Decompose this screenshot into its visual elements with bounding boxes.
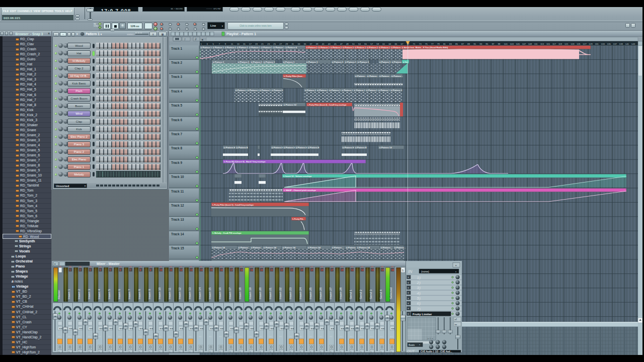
- svg-text:S3: S3: [371, 269, 374, 272]
- svg-text:Insert 11: Insert 11: [168, 287, 171, 299]
- svg-text:Insert 13: Insert 13: [188, 287, 191, 299]
- svg-text:55: 55: [364, 43, 367, 45]
- svg-text:INS: INS: [220, 266, 222, 268]
- svg-text:21: 21: [270, 269, 273, 272]
- svg-text:109: 109: [528, 43, 532, 45]
- svg-text:8: 8: [139, 269, 141, 272]
- svg-text:S1: S1: [351, 269, 354, 272]
- svg-text:Master: Master: [57, 290, 60, 299]
- svg-text:FX: FX: [310, 335, 312, 338]
- svg-text:FX: FX: [239, 335, 242, 338]
- svg-text:⊔ Pattern 2: ⊔ Pattern 2: [355, 46, 367, 49]
- svg-text:INS: INS: [310, 266, 313, 268]
- svg-text:⊔ Pattern 14: ⊔ Pattern 14: [264, 246, 277, 249]
- svg-text:▸‖: ▸‖: [455, 318, 457, 321]
- svg-text:⊔ Pattern 14: ⊔ Pattern 14: [308, 246, 321, 249]
- svg-text:FX: FX: [340, 335, 343, 338]
- svg-text:⊔ Pattern 3: ⊔ Pattern 3: [354, 89, 366, 92]
- svg-text:⊔ Pattern 1: ⊔ Pattern 1: [238, 61, 250, 63]
- svg-text:◄►: ◄►: [139, 327, 143, 330]
- svg-text:⁒: ⁒: [184, 38, 186, 41]
- svg-text:⊔ Pattern 3: ⊔ Pattern 3: [273, 46, 285, 49]
- svg-text:7: 7: [129, 269, 131, 272]
- svg-text:⊔ Pattern 1: ⊔ Pattern 1: [332, 61, 344, 63]
- svg-text:◄►: ◄►: [209, 327, 214, 330]
- svg-text:⊔ Pattern 2: ⊔ Pattern 2: [306, 46, 318, 49]
- svg-text:Track 1: Track 1: [171, 47, 182, 50]
- svg-text:83: 83: [449, 43, 452, 45]
- svg-text:● ●: ● ●: [56, 309, 59, 311]
- svg-text:FX: FX: [119, 335, 121, 338]
- svg-text:19: 19: [250, 269, 253, 272]
- svg-text:137: 137: [613, 43, 617, 45]
- svg-text:85: 85: [455, 43, 458, 45]
- svg-text:INS: INS: [89, 266, 92, 268]
- svg-text:⊔ Pattern 3: ⊔ Pattern 3: [378, 89, 390, 92]
- svg-text:INS: INS: [170, 266, 172, 268]
- svg-text:Track 14: Track 14: [171, 232, 184, 236]
- svg-text:15: 15: [243, 43, 246, 45]
- svg-text:33: 33: [298, 43, 300, 45]
- svg-text:141: 141: [625, 43, 629, 45]
- svg-text:⊔ Pattern 8: ⊔ Pattern 8: [308, 146, 320, 149]
- svg-text:23: 23: [267, 43, 270, 45]
- svg-text:FX: FX: [270, 335, 272, 338]
- svg-text:◄►: ◄►: [189, 327, 194, 330]
- svg-text:◄►: ◄►: [250, 327, 254, 330]
- svg-text:FX: FX: [390, 335, 393, 338]
- svg-text:105: 105: [516, 43, 520, 45]
- svg-text:◄►: ◄►: [149, 327, 153, 330]
- svg-text:● ●: ● ●: [136, 309, 140, 311]
- svg-text:∂: ∂: [195, 38, 197, 41]
- svg-text:⊔ Pattern ..: ⊔ Pattern ..: [332, 246, 344, 249]
- svg-text:⊔ Pattern 6: ⊔ Pattern 6: [285, 46, 297, 49]
- svg-text:● ●: ● ●: [328, 309, 331, 311]
- svg-text:⊔ Pattern 3: ⊔ Pattern 3: [305, 89, 317, 92]
- svg-text:FX: FX: [169, 335, 172, 338]
- svg-text:FX: FX: [129, 335, 131, 338]
- svg-text:● ●: ● ●: [156, 309, 160, 311]
- svg-text:Insert 26: Insert 26: [319, 287, 322, 299]
- svg-text:● ●: ● ●: [187, 309, 190, 311]
- svg-text:47: 47: [340, 43, 343, 45]
- svg-text:Insert 17: Insert 17: [228, 287, 231, 299]
- svg-text:13: 13: [237, 43, 239, 45]
- svg-text:Insert 19: Insert 19: [249, 287, 252, 299]
- svg-text:INS: INS: [290, 266, 293, 268]
- svg-text:Insert 18: Insert 18: [238, 287, 242, 299]
- svg-text:12: 12: [180, 269, 183, 272]
- svg-text:Insert 5: Insert 5: [108, 289, 111, 299]
- svg-text:⊔ Pattern ..: ⊔ Pattern ..: [251, 246, 263, 249]
- svg-text:15: 15: [210, 269, 213, 272]
- svg-text:Playlist - Pattern 1: Playlist - Pattern 1: [226, 32, 256, 36]
- svg-text:79: 79: [437, 43, 440, 45]
- svg-text:Insert 8: Insert 8: [138, 289, 141, 299]
- svg-text:49: 49: [346, 43, 349, 45]
- svg-text:139: 139: [619, 43, 623, 45]
- svg-text:63: 63: [388, 43, 391, 45]
- svg-text:Selected: Selected: [389, 288, 392, 299]
- svg-text:77: 77: [431, 43, 434, 45]
- svg-text:∿ Paraa EQ 2 (Insert 9) - Band: ∿ Paraa EQ 2 (Insert 9) - Band 7 freq en…: [224, 161, 266, 163]
- svg-text:● ●: ● ●: [378, 309, 381, 311]
- svg-text:Track 2: Track 2: [171, 61, 182, 64]
- svg-text:⊔ Pattern 14: ⊔ Pattern 14: [212, 246, 225, 249]
- svg-text:INS: INS: [190, 266, 192, 268]
- svg-text:9: 9: [149, 269, 151, 272]
- svg-text:Beats: Beats: [409, 344, 415, 346]
- svg-text:INS: INS: [99, 266, 102, 268]
- svg-text:Track 5: Track 5: [171, 104, 182, 107]
- svg-text:⊔ Pattern 1: ⊔ Pattern 1: [251, 61, 263, 63]
- svg-text:17: 17: [249, 43, 252, 45]
- svg-text:26: 26: [320, 269, 324, 272]
- svg-text:FX: FX: [350, 335, 353, 338]
- svg-text:37: 37: [310, 43, 312, 45]
- svg-text:FX: FX: [99, 335, 101, 338]
- svg-text:Send 2: Send 2: [359, 289, 362, 299]
- svg-text:11: 11: [170, 269, 172, 272]
- svg-text:Track 13: Track 13: [171, 218, 184, 221]
- svg-text:41: 41: [322, 43, 325, 45]
- svg-text:⊔ Pattern 8: ⊔ Pattern 8: [236, 146, 249, 149]
- svg-text:● ●: ● ●: [177, 309, 180, 311]
- svg-text:INS: INS: [361, 266, 363, 268]
